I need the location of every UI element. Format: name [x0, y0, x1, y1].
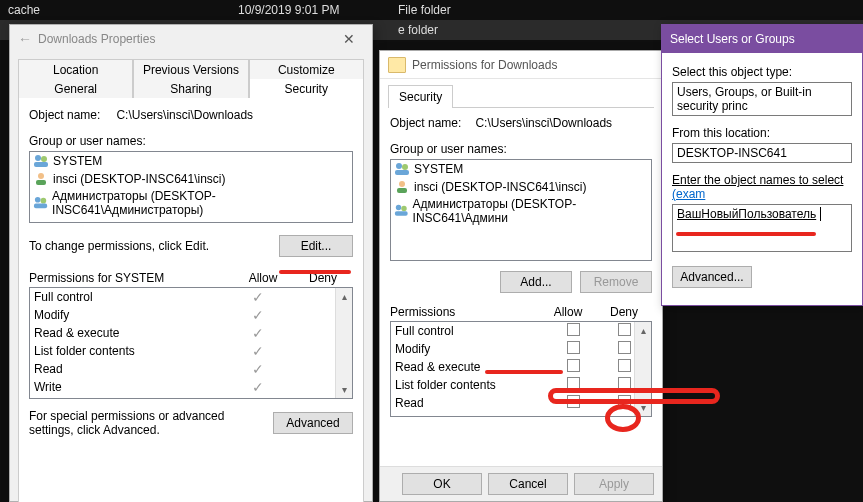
annotation-underline: [676, 232, 816, 236]
file-date-cell: 10/9/2019 9:01 PM: [238, 3, 398, 17]
tab-previous-versions[interactable]: Previous Versions: [133, 59, 248, 80]
permissions-editor-dialog: Permissions for Downloads Security Objec…: [379, 50, 663, 502]
deny-checkbox[interactable]: [618, 341, 631, 354]
check-icon: ✓: [252, 361, 264, 377]
location-field[interactable]: DESKTOP-INSC641: [672, 143, 852, 163]
dialog-title: Permissions for Downloads: [412, 58, 654, 72]
svg-point-3: [38, 173, 44, 179]
file-type-cell: File folder: [398, 3, 498, 17]
svg-rect-12: [397, 188, 407, 193]
scrollbar[interactable]: ▴ ▾: [335, 288, 352, 398]
user-icon: [394, 179, 410, 195]
special-permissions-text: For special permissions or advanced sett…: [29, 409, 265, 437]
change-permissions-text: To change permissions, click Edit.: [29, 239, 279, 253]
svg-point-11: [399, 181, 405, 187]
remove-button[interactable]: Remove: [580, 271, 652, 293]
advanced-button[interactable]: Advanced...: [672, 266, 752, 288]
allow-checkbox[interactable]: [567, 341, 580, 354]
group-users-label: Group or user names:: [29, 134, 353, 148]
group-icon: [394, 161, 410, 177]
annotation-underline: [548, 388, 720, 404]
properties-dialog: ← Downloads Properties ✕ Location Previo…: [9, 24, 373, 502]
folder-icon: [388, 57, 406, 73]
tab-sharing[interactable]: Sharing: [133, 79, 248, 99]
scroll-up-icon[interactable]: ▴: [635, 322, 651, 339]
tab-customize[interactable]: Customize: [249, 59, 364, 80]
deny-checkbox[interactable]: [618, 359, 631, 372]
cancel-button[interactable]: Cancel: [488, 473, 568, 495]
svg-point-9: [402, 164, 408, 170]
allow-checkbox[interactable]: [567, 359, 580, 372]
tab-security[interactable]: Security: [249, 79, 364, 99]
file-name-cell[interactable]: cache: [8, 3, 238, 17]
permissions-for-label: Permissions for SYSTEM: [29, 271, 233, 285]
svg-point-14: [401, 206, 406, 211]
svg-point-5: [35, 197, 41, 203]
object-type-field[interactable]: Users, Groups, or Built-in security prin…: [672, 82, 852, 116]
list-item: SYSTEM: [30, 152, 352, 170]
svg-point-6: [41, 198, 47, 204]
object-name-label: Object name:: [29, 108, 100, 122]
svg-point-8: [396, 163, 402, 169]
list-item: SYSTEM: [391, 160, 651, 178]
annotation-underline: [279, 270, 351, 274]
tab-security[interactable]: Security: [388, 85, 453, 108]
group-icon: [33, 153, 49, 169]
svg-rect-4: [36, 180, 46, 185]
annotation-circle: [605, 404, 641, 432]
svg-rect-15: [395, 211, 408, 216]
check-icon: ✓: [252, 289, 264, 305]
examples-link[interactable]: (exam: [672, 187, 705, 201]
object-names-textbox[interactable]: ВашНовыйПользователь: [672, 204, 852, 252]
tab-general[interactable]: General: [18, 79, 133, 99]
allow-header: Allow: [540, 305, 596, 319]
object-name-value: C:\Users\insci\Downloads: [475, 116, 612, 130]
check-icon: ✓: [252, 325, 264, 341]
deny-header: Deny: [596, 305, 652, 319]
scroll-down-icon[interactable]: ▾: [336, 381, 352, 398]
permissions-table: Full control✓ Modify✓ Read & execute✓ Li…: [29, 287, 353, 399]
object-names-label: Enter the object names to select (exam: [672, 173, 852, 201]
svg-point-13: [396, 205, 401, 210]
users-listbox[interactable]: SYSTEM insci (DESKTOP-INSC641\insci) Адм…: [29, 151, 353, 223]
back-icon[interactable]: ←: [18, 31, 38, 47]
list-item: Администраторы (DESKTOP-INSC641\Админист…: [30, 188, 352, 218]
group-icon: [394, 203, 409, 219]
check-icon: ✓: [252, 307, 264, 323]
annotation-underline: [485, 370, 563, 374]
object-name-value: C:\Users\insci\Downloads: [116, 108, 253, 122]
add-button[interactable]: Add...: [500, 271, 572, 293]
close-icon[interactable]: ✕: [334, 31, 364, 47]
group-users-label: Group or user names:: [390, 142, 652, 156]
svg-rect-7: [34, 203, 47, 208]
tab-location[interactable]: Location: [18, 59, 133, 80]
svg-point-1: [41, 156, 47, 162]
object-name-label: Object name:: [390, 116, 461, 130]
permissions-label: Permissions: [390, 305, 540, 319]
edit-button[interactable]: Edit...: [279, 235, 353, 257]
dialog-title: Downloads Properties: [38, 32, 334, 46]
scroll-up-icon[interactable]: ▴: [336, 288, 352, 305]
check-icon: ✓: [252, 343, 264, 359]
list-item: insci (DESKTOP-INSC641\insci): [30, 170, 352, 188]
users-listbox[interactable]: SYSTEM insci (DESKTOP-INSC641\insci) Адм…: [390, 159, 652, 261]
advanced-button[interactable]: Advanced: [273, 412, 353, 434]
group-icon: [33, 195, 48, 211]
svg-rect-10: [395, 170, 409, 175]
ok-button[interactable]: OK: [402, 473, 482, 495]
svg-point-0: [35, 155, 41, 161]
file-type-cell: e folder: [398, 23, 438, 37]
location-label: From this location:: [672, 126, 852, 140]
tab-strip: Location Previous Versions Customize Gen…: [18, 59, 364, 98]
list-item: insci (DESKTOP-INSC641\insci): [391, 178, 651, 196]
check-icon: ✓: [252, 379, 264, 395]
svg-rect-2: [34, 162, 48, 167]
apply-button[interactable]: Apply: [574, 473, 654, 495]
allow-checkbox[interactable]: [567, 323, 580, 336]
select-users-dialog: Select Users or Groups Select this objec…: [661, 24, 863, 306]
list-item: Администраторы (DESKTOP-INSC641\Админи: [391, 196, 651, 226]
deny-checkbox[interactable]: [618, 323, 631, 336]
dialog-title: Select Users or Groups: [670, 32, 854, 46]
object-type-label: Select this object type:: [672, 65, 852, 79]
user-icon: [33, 171, 49, 187]
